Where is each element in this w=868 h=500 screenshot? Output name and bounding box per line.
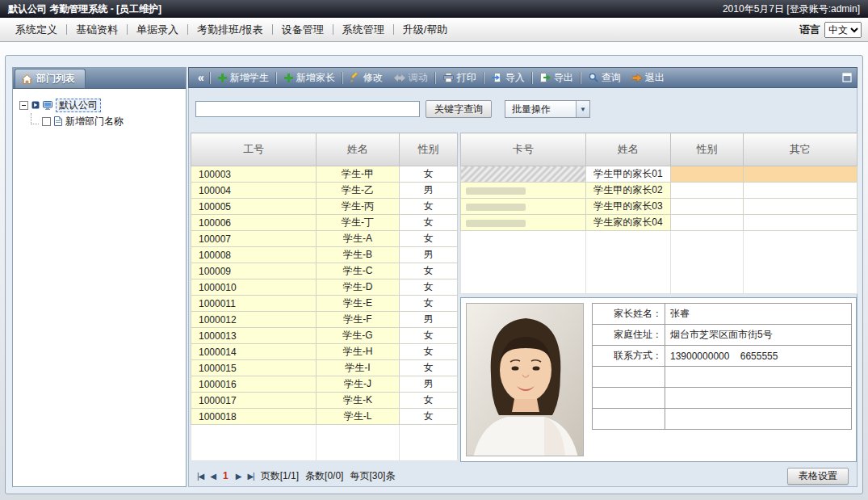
toolbar-button-export[interactable]: 导出 bbox=[535, 71, 579, 85]
prev-page-button[interactable]: ◀ bbox=[210, 472, 216, 481]
first-page-button[interactable]: |◀ bbox=[197, 472, 203, 481]
search-icon bbox=[589, 73, 598, 82]
menu-item-7[interactable]: 升级/帮助 bbox=[394, 18, 457, 42]
student-name-cell: 学生-C bbox=[317, 263, 400, 279]
column-header[interactable]: 卡号 bbox=[461, 133, 586, 166]
sidebar-tabstrip: 部门列表 bbox=[13, 68, 186, 89]
student-sex-cell: 女 bbox=[400, 199, 458, 215]
toolbar-button-label: 打印 bbox=[457, 71, 476, 85]
last-page-button[interactable]: ▶| bbox=[247, 472, 254, 481]
student-row[interactable]: 1000015学生-I女 bbox=[191, 360, 458, 376]
tree-node-default-company[interactable]: 默认公司 bbox=[56, 99, 101, 112]
menu-item-1[interactable]: 系统定义 bbox=[6, 18, 66, 42]
student-row[interactable]: 100003学生-甲女 bbox=[191, 166, 458, 183]
parent-detail-table: 家长姓名：张睿家庭住址：烟台市芝罘区面市街5号联系方式：13900000000 … bbox=[592, 303, 852, 430]
student-name-cell: 学生-I bbox=[317, 360, 400, 376]
toolbar-separator bbox=[484, 72, 484, 84]
toolbar-button-label: 新增家长 bbox=[296, 71, 335, 85]
table-settings-button[interactable]: 表格设置 bbox=[787, 468, 849, 485]
column-header[interactable]: 性别 bbox=[671, 133, 744, 166]
column-header[interactable]: 姓名 bbox=[586, 133, 671, 166]
toolbar-button-add-student[interactable]: 新增学生 bbox=[212, 71, 275, 85]
collapse-button[interactable]: « bbox=[194, 68, 208, 87]
export-icon bbox=[540, 73, 551, 82]
tree-checkbox[interactable] bbox=[42, 117, 51, 126]
home-icon bbox=[22, 74, 32, 84]
student-id-cell: 100009 bbox=[191, 263, 317, 279]
student-row[interactable]: 100004学生-乙男 bbox=[191, 183, 458, 199]
column-header[interactable]: 性别 bbox=[400, 133, 458, 166]
student-sex-cell: 女 bbox=[400, 409, 458, 425]
parent-row[interactable]: 学生甲的家长02 bbox=[461, 183, 858, 199]
current-page[interactable]: 1 bbox=[222, 470, 229, 481]
count-info: 条数[0/0] bbox=[305, 469, 343, 483]
language-select[interactable]: 中文 bbox=[824, 22, 862, 38]
redacted-card-number bbox=[466, 220, 526, 227]
department-tree: 默认公司 新增部门名称 bbox=[13, 89, 186, 137]
app-window: 默认公司 考勤管理系统 - [员工维护] 2010年5月7日 [登录账号:adm… bbox=[0, 0, 868, 500]
detail-value bbox=[665, 388, 852, 409]
menu-item-5[interactable]: 设备管理 bbox=[273, 18, 333, 42]
column-header[interactable]: 其它 bbox=[744, 133, 858, 166]
student-row[interactable]: 1000018学生-L女 bbox=[191, 409, 458, 425]
arrow-icon bbox=[31, 101, 40, 109]
parent-row[interactable]: 学生家的家长04 bbox=[461, 215, 858, 231]
parent-detail-panel: 家长姓名：张睿家庭住址：烟台市芝罘区面市街5号联系方式：13900000000 … bbox=[460, 297, 857, 462]
parent-row[interactable]: 学生甲的家长01 bbox=[461, 166, 858, 183]
redacted-card-number bbox=[466, 204, 526, 211]
detail-label: 联系方式： bbox=[593, 346, 665, 367]
student-row[interactable]: 1000012学生-F男 bbox=[191, 312, 458, 328]
student-row[interactable]: 1000011学生-E女 bbox=[191, 296, 458, 312]
toolbar-button-print[interactable]: 打印 bbox=[438, 71, 482, 85]
menu-item-4[interactable]: 考勤排班/报表 bbox=[188, 18, 272, 42]
column-header[interactable]: 姓名 bbox=[317, 133, 400, 166]
student-row[interactable]: 100008学生-B男 bbox=[191, 247, 458, 263]
tree-node-new-department[interactable]: 新增部门名称 bbox=[65, 115, 124, 128]
toolbar-separator bbox=[276, 72, 277, 84]
parent-row[interactable]: 学生甲的家长03 bbox=[461, 199, 858, 215]
parent-sex-cell bbox=[671, 183, 744, 199]
menu-item-3[interactable]: 单据录入 bbox=[128, 18, 187, 42]
perpage-info: 每页[30]条 bbox=[350, 469, 395, 483]
student-row[interactable]: 100009学生-C女 bbox=[191, 263, 458, 279]
toolbar-button-edit[interactable]: 修改 bbox=[345, 71, 388, 85]
student-row[interactable]: 1000013学生-G女 bbox=[191, 328, 458, 344]
toolbar-button-import[interactable]: 导入 bbox=[486, 71, 530, 85]
menu-item-6[interactable]: 系统管理 bbox=[333, 18, 393, 42]
student-row[interactable]: 1000014学生-H女 bbox=[191, 344, 458, 360]
student-row[interactable]: 1000010学生-D女 bbox=[191, 279, 458, 296]
student-name-cell: 学生-H bbox=[317, 344, 400, 360]
tree-expander-icon[interactable] bbox=[19, 101, 28, 110]
student-name-cell: 学生-丁 bbox=[317, 215, 400, 231]
toolbar-button-label: 新增学生 bbox=[230, 71, 269, 85]
empty-filler-row bbox=[191, 425, 458, 461]
maximize-icon[interactable] bbox=[842, 73, 852, 82]
keyword-input[interactable] bbox=[195, 101, 420, 117]
next-page-button[interactable]: ▶ bbox=[236, 472, 241, 481]
student-row[interactable]: 1000016学生-J男 bbox=[191, 376, 458, 393]
tree-node-root: 默认公司 bbox=[19, 97, 179, 113]
student-row[interactable]: 100005学生-丙女 bbox=[191, 199, 458, 215]
toolbar-button-add-parent[interactable]: 新增家长 bbox=[279, 71, 341, 85]
student-row[interactable]: 100007学生-A女 bbox=[191, 231, 458, 247]
toolbar-button-exit[interactable]: 退出 bbox=[627, 71, 670, 85]
batch-operations-dropdown[interactable]: 批量操作 ▼ bbox=[505, 100, 590, 118]
toolbar: « 新增学生新增家长修改调动打印导入导出查询退出 bbox=[188, 67, 858, 88]
student-sex-cell: 男 bbox=[400, 183, 458, 199]
detail-row: 家庭住址：烟台市芝罘区面市街5号 bbox=[593, 325, 852, 346]
detail-value: 13900000000 6655555 bbox=[665, 346, 852, 367]
tab-department-list[interactable]: 部门列表 bbox=[15, 69, 86, 88]
toolbar-button-query[interactable]: 查询 bbox=[583, 71, 627, 85]
keyword-search-button[interactable]: 关键字查询 bbox=[426, 100, 492, 118]
main-frame: 部门列表 默认公司 bbox=[5, 55, 863, 494]
toolbar-button-label: 查询 bbox=[602, 71, 621, 85]
student-row[interactable]: 1000017学生-K女 bbox=[191, 393, 458, 409]
student-row[interactable]: 100006学生-丁女 bbox=[191, 215, 458, 231]
student-id-cell: 100007 bbox=[191, 231, 317, 247]
menubar: 系统定义基础资料单据录入考勤排班/报表设备管理系统管理升级/帮助 语言 中文 bbox=[0, 18, 868, 42]
student-sex-cell: 女 bbox=[400, 231, 458, 247]
toolbar-button-label: 导入 bbox=[505, 71, 525, 85]
detail-row bbox=[593, 409, 852, 430]
menu-item-2[interactable]: 基础资料 bbox=[67, 18, 127, 42]
column-header[interactable]: 工号 bbox=[191, 133, 317, 166]
